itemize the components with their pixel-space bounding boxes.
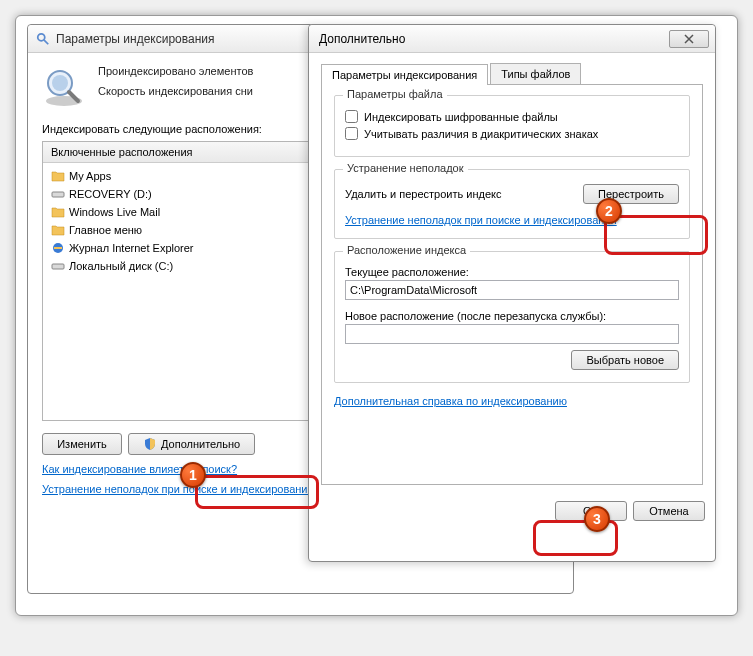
svg-point-0 xyxy=(38,33,45,40)
tab-indexing-params[interactable]: Параметры индексирования xyxy=(321,64,488,85)
close-icon xyxy=(684,34,694,44)
diacritics-label: Учитывать различия в диакритических знак… xyxy=(364,128,598,140)
file-params-group: Параметры файла Индексировать шифрованны… xyxy=(334,95,690,157)
search-icon xyxy=(36,32,50,46)
current-location-field[interactable] xyxy=(345,280,679,300)
rebuild-label: Удалить и перестроить индекс xyxy=(345,188,502,200)
troubleshoot-group: Устранение неполадок Удалить и перестрои… xyxy=(334,169,690,239)
advanced-titlebar: Дополнительно xyxy=(309,25,715,53)
advanced-button[interactable]: Дополнительно xyxy=(128,433,255,455)
folder-icon xyxy=(51,223,65,237)
indexing-title: Параметры индексирования xyxy=(56,32,214,46)
callout-badge-3: 3 xyxy=(584,506,610,532)
svg-line-1 xyxy=(44,39,48,43)
drive-icon xyxy=(51,187,65,201)
diacritics-checkbox[interactable] xyxy=(345,127,358,140)
tab-content: Параметры файла Индексировать шифрованны… xyxy=(321,85,703,485)
index-location-group: Расположение индекса Текущее расположени… xyxy=(334,251,690,383)
drive-icon xyxy=(51,259,65,273)
tab-file-types[interactable]: Типы файлов xyxy=(490,63,581,84)
new-location-label: Новое расположение (после перезапуска сл… xyxy=(345,310,679,322)
callout-badge-2: 2 xyxy=(596,198,622,224)
window-close-button[interactable] xyxy=(669,30,709,48)
current-location-label: Текущее расположение: xyxy=(345,266,679,278)
advanced-title: Дополнительно xyxy=(319,32,405,46)
choose-new-button[interactable]: Выбрать новое xyxy=(571,350,679,370)
index-location-legend: Расположение индекса xyxy=(343,244,470,256)
callout-badge-1: 1 xyxy=(180,462,206,488)
encrypted-checkbox[interactable] xyxy=(345,110,358,123)
folder-icon xyxy=(51,169,65,183)
new-location-field[interactable] xyxy=(345,324,679,344)
cancel-button[interactable]: Отмена xyxy=(633,501,705,521)
tab-bar: Параметры индексирования Типы файлов xyxy=(321,63,703,85)
file-params-legend: Параметры файла xyxy=(343,88,447,100)
svg-point-4 xyxy=(52,75,68,91)
svg-rect-6 xyxy=(52,192,64,197)
indexing-help-link[interactable]: Дополнительная справка по индексированию xyxy=(334,395,690,407)
shield-icon xyxy=(143,437,157,451)
encrypted-label: Индексировать шифрованные файлы xyxy=(364,111,558,123)
folder-icon xyxy=(51,205,65,219)
troubleshoot-search-link[interactable]: Устранение неполадок при поиске и индекс… xyxy=(345,214,679,226)
magnifier-graphic-icon xyxy=(42,65,86,109)
modify-button[interactable]: Изменить xyxy=(42,433,122,455)
svg-rect-8 xyxy=(52,264,64,269)
advanced-options-window: Дополнительно Параметры индексирования Т… xyxy=(308,24,716,562)
rebuild-button[interactable]: Перестроить xyxy=(583,184,679,204)
troubleshoot-legend: Устранение неполадок xyxy=(343,162,468,174)
ie-icon xyxy=(51,241,65,255)
